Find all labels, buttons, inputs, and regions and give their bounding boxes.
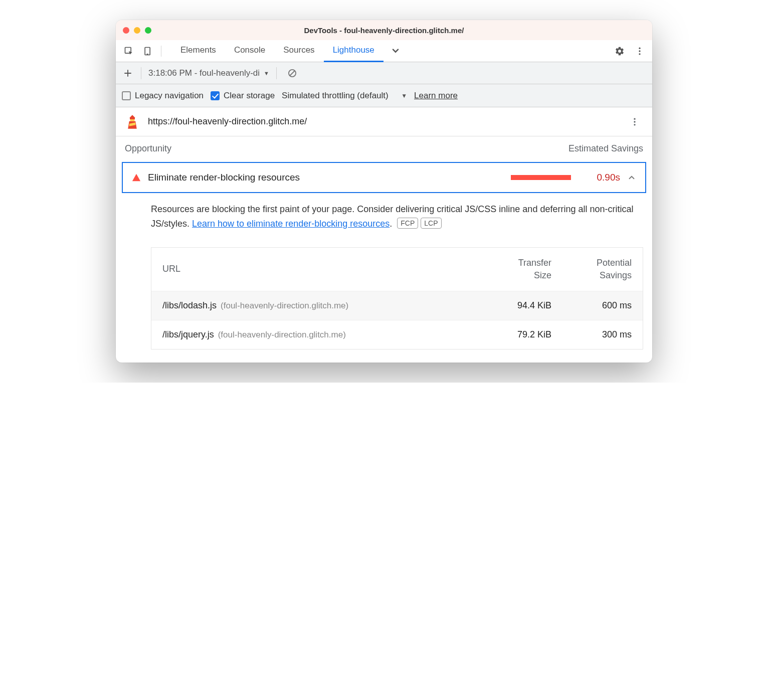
more-options-icon[interactable]: [631, 43, 648, 60]
table-row: /libs/jquery.js (foul-heavenly-direction…: [151, 320, 643, 349]
report-url: https://foul-heavenly-direction.glitch.m…: [148, 116, 618, 127]
tab-lighthouse[interactable]: Lighthouse: [324, 40, 383, 62]
chevron-up-icon: [627, 173, 636, 182]
tab-sources[interactable]: Sources: [274, 40, 323, 62]
inspect-element-icon[interactable]: [123, 45, 135, 57]
close-window-button[interactable]: [123, 27, 129, 34]
checkbox-icon: [122, 91, 131, 100]
chevron-down-icon: ▼: [264, 70, 269, 76]
th-line2: Savings: [600, 269, 632, 282]
learn-more-link[interactable]: Learn more: [414, 91, 458, 101]
chevron-down-icon: ▼: [401, 92, 407, 99]
main-toolbar: Elements Console Sources Lighthouse: [116, 40, 652, 62]
svg-point-5: [639, 53, 640, 55]
th-url: URL: [162, 264, 471, 274]
clear-storage-label: Clear storage: [224, 91, 275, 101]
th-potential-savings: Potential Savings: [551, 257, 632, 282]
devtools-window: DevTools - foul-heavenly-direction.glitc…: [116, 20, 652, 363]
potential-savings: 300 ms: [551, 329, 632, 340]
th-line1: Potential: [597, 257, 632, 269]
th-line1: Transfer: [518, 257, 551, 269]
separator: [276, 67, 277, 79]
svg-marker-10: [130, 115, 135, 119]
lighthouse-options: Legacy navigation Clear storage Simulate…: [116, 84, 652, 107]
svg-point-16: [634, 124, 635, 125]
audit-render-blocking[interactable]: Eliminate render-blocking resources 0.90…: [122, 162, 646, 193]
audit-description: Resources are blocking the first paint o…: [116, 199, 652, 235]
settings-icon[interactable]: [611, 43, 628, 60]
svg-rect-11: [130, 119, 135, 121]
th-transfer-size: Transfer Size: [471, 257, 551, 282]
svg-point-4: [639, 50, 640, 52]
resource-host: (foul-heavenly-direction.glitch.me): [218, 330, 346, 340]
tab-console[interactable]: Console: [225, 40, 274, 62]
titlebar: DevTools - foul-heavenly-direction.glitc…: [116, 20, 652, 40]
minimize-window-button[interactable]: [134, 27, 140, 34]
more-tabs-button[interactable]: [383, 46, 408, 56]
lighthouse-icon: [125, 114, 140, 129]
svg-point-14: [634, 118, 635, 119]
metric-badge-fcp: FCP: [397, 218, 418, 229]
savings-bar: [511, 175, 571, 180]
svg-marker-17: [132, 174, 140, 181]
throttling-dropdown[interactable]: Simulated throttling (default) ▼: [282, 91, 407, 101]
estimated-savings-label: Estimated Savings: [568, 143, 643, 154]
clear-storage-checkbox[interactable]: Clear storage: [211, 91, 275, 101]
svg-line-9: [290, 71, 295, 76]
legacy-navigation-checkbox[interactable]: Legacy navigation: [122, 91, 204, 101]
transfer-size: 94.4 KiB: [471, 300, 551, 311]
report-selector-label: 3:18:06 PM - foul-heavenly-di: [148, 68, 260, 78]
transfer-size: 79.2 KiB: [471, 329, 551, 340]
separator: [141, 67, 141, 79]
resource-path: /libs/jquery.js: [162, 329, 214, 340]
legacy-navigation-label: Legacy navigation: [135, 91, 204, 101]
opportunity-label: Opportunity: [125, 143, 171, 154]
table-header-row: URL Transfer Size Potential Savings: [151, 248, 643, 291]
clear-icon[interactable]: [284, 65, 301, 82]
checkbox-checked-icon: [211, 91, 220, 100]
audit-learn-link[interactable]: Learn how to eliminate render-blocking r…: [192, 219, 390, 229]
throttling-label: Simulated throttling (default): [282, 91, 389, 101]
window-title: DevTools - foul-heavenly-direction.glitc…: [116, 26, 652, 35]
audit-details-table: URL Transfer Size Potential Savings /lib…: [151, 247, 643, 349]
table-row: /libs/lodash.js (foul-heavenly-direction…: [151, 291, 643, 320]
th-line2: Size: [534, 269, 551, 282]
resource-path: /libs/lodash.js: [162, 300, 217, 311]
tab-elements[interactable]: Elements: [171, 40, 225, 62]
report-menu-icon[interactable]: [626, 113, 643, 130]
panel-tabs: Elements Console Sources Lighthouse: [171, 40, 383, 62]
new-report-button[interactable]: [122, 65, 134, 82]
fail-triangle-icon: [132, 173, 141, 182]
audit-savings-value: 0.90s: [578, 172, 620, 183]
window-controls: [123, 27, 151, 34]
potential-savings: 600 ms: [551, 300, 632, 311]
separator: [161, 46, 161, 57]
audit-title: Eliminate render-blocking resources: [148, 172, 504, 183]
svg-point-3: [639, 47, 640, 49]
svg-point-15: [634, 121, 635, 122]
report-header: https://foul-heavenly-direction.glitch.m…: [116, 107, 652, 136]
lighthouse-toolbar: 3:18:06 PM - foul-heavenly-di ▼: [116, 62, 652, 84]
resource-host: (foul-heavenly-direction.glitch.me): [221, 301, 348, 311]
metric-badge-lcp: LCP: [421, 218, 441, 229]
device-toggle-icon[interactable]: [142, 45, 154, 57]
maximize-window-button[interactable]: [145, 27, 151, 34]
audit-description-suffix: .: [390, 219, 392, 229]
report-selector[interactable]: 3:18:06 PM - foul-heavenly-di ▼: [148, 68, 269, 78]
opportunity-section-header: Opportunity Estimated Savings: [116, 136, 652, 159]
